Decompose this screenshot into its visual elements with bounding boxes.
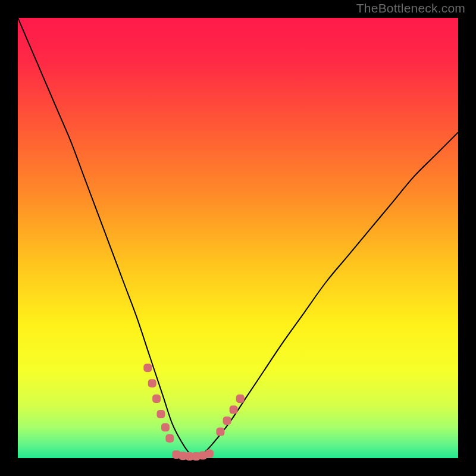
watermark-text: TheBottleneck.com <box>356 1 465 15</box>
marker-dot <box>236 394 245 403</box>
marker-dot <box>148 379 156 387</box>
marker-dot <box>143 364 152 372</box>
marker-dot <box>205 450 214 458</box>
marker-dot <box>216 428 224 436</box>
marker-dot <box>157 410 165 418</box>
marker-dot <box>152 394 161 403</box>
chart-root: TheBottleneck.com <box>0 0 476 476</box>
marker-dot <box>165 434 174 443</box>
marker-dot <box>223 416 231 425</box>
bottleneck-chart <box>0 0 476 476</box>
plot-background <box>18 18 458 458</box>
marker-dot <box>230 406 238 414</box>
marker-dot <box>161 423 170 431</box>
